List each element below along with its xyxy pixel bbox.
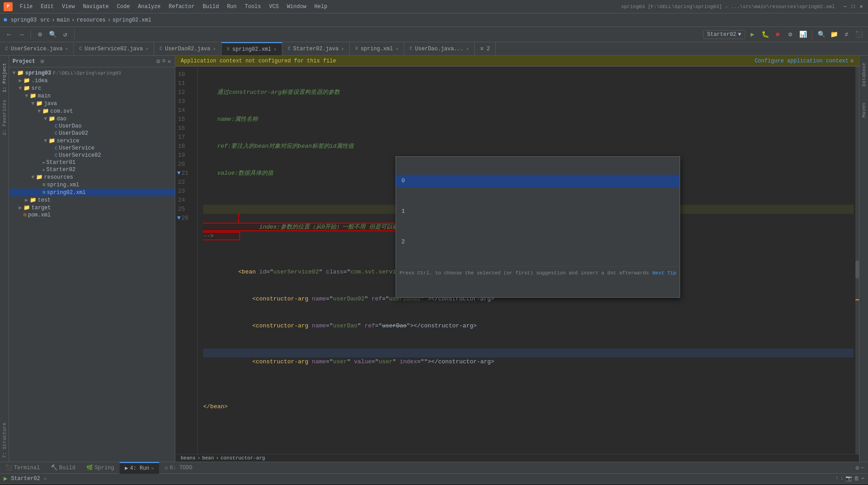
build-button[interactable]: ⚙ (785, 29, 796, 40)
stop-button[interactable]: ■ (772, 29, 783, 40)
search-button[interactable]: 🔍 (47, 29, 58, 40)
menu-analyze[interactable]: Analyze (134, 3, 164, 11)
tree-item-main[interactable]: ▼ 📁 main (9, 92, 175, 100)
terminal-button[interactable]: ⬛ (854, 29, 864, 40)
run-button[interactable]: ▶ (747, 29, 758, 40)
bottom-tab-terminal[interactable]: ⬛ Terminal (0, 462, 45, 474)
tab-close[interactable]: ✕ (341, 46, 344, 52)
tree-item-pomxml[interactable]: m pom.xml (9, 212, 175, 219)
bottom-tab-build[interactable]: 🔨 Build (45, 462, 81, 474)
menu-file[interactable]: File (16, 3, 36, 11)
left-tab-project[interactable]: 1: Project (1, 59, 8, 96)
tree-item-starter02[interactable]: ★ Starter02 (9, 166, 175, 173)
configure-context-link[interactable]: Configure application context (755, 58, 849, 64)
autocomplete-item-2[interactable]: 2 (396, 236, 680, 248)
sidebar-close-icon[interactable]: ✕ (168, 57, 171, 65)
menu-tools[interactable]: Tools (241, 3, 265, 11)
debug-button[interactable]: 🐛 (760, 29, 770, 40)
code-editor[interactable]: 通过constructor-arg标签设置构造器的参数 name:属性名称 re… (198, 66, 859, 454)
find-button[interactable]: 🔍 (816, 29, 827, 40)
tab-close[interactable]: ✕ (213, 46, 216, 52)
menu-window[interactable]: Window (283, 3, 310, 11)
right-tab-maven[interactable]: Maven (860, 99, 868, 121)
tab-more[interactable]: ≡ 2 (475, 42, 496, 56)
close-button[interactable]: ✕ (858, 4, 864, 10)
menu-help[interactable]: Help (311, 3, 331, 11)
fold-marker-26[interactable]: ▼ (177, 214, 181, 223)
tree-item-service[interactable]: ▼ 📁 service (9, 137, 175, 145)
run-close-icon[interactable]: ✕ (44, 476, 47, 481)
tab-userservice[interactable]: C UserService.java ✕ (0, 42, 74, 56)
sidebar-collapse-icon[interactable]: ≡ (162, 57, 165, 65)
tree-item-test[interactable]: ▶ 📁 test (9, 196, 175, 204)
close-panel-icon[interactable]: ─ (861, 464, 864, 472)
tree-item-userdao02[interactable]: C UserDao02 (9, 130, 175, 137)
tab-close[interactable]: ✕ (466, 46, 469, 52)
tree-item-java[interactable]: ▼ 📁 java (9, 100, 175, 107)
clear-btn[interactable]: 🗑 (854, 475, 859, 482)
menu-code[interactable]: Code (113, 3, 134, 11)
tab-springxml[interactable]: X spring.xml ✕ (350, 42, 404, 56)
tab-userdao02[interactable]: C UserDao02.java ✕ (154, 42, 222, 56)
tree-item-root[interactable]: ▼ 📁 spring03 F:\DELL\Spring\spring03 (9, 69, 175, 77)
tab-close[interactable]: ✕ (151, 466, 154, 471)
tree-item-com-svt[interactable]: ▼ 📁 com.svt (9, 107, 175, 115)
diff-button[interactable]: ≠ (841, 29, 852, 40)
autocomplete-item-0[interactable]: 0 (396, 175, 680, 187)
tab-close[interactable]: ✕ (274, 47, 276, 52)
tab-spring02xml[interactable]: X spring02.xml ✕ (222, 42, 282, 56)
menu-vcs[interactable]: VCS (266, 3, 283, 11)
breadcrumb-constructor-arg[interactable]: constructor-arg (221, 455, 265, 461)
settings-icon[interactable]: ⚙ (855, 464, 859, 472)
tree-item-userdao[interactable]: C UserDao (9, 123, 175, 130)
forward-button[interactable]: → (16, 29, 27, 40)
next-tip-link[interactable]: Next Tip (653, 269, 677, 278)
tree-item-starter01[interactable]: ★ Starter01 (9, 159, 175, 166)
tree-item-dao[interactable]: ▼ 📁 dao (9, 115, 175, 123)
settings-button[interactable]: ⚙ (35, 29, 45, 40)
wrap-btn[interactable]: ↩ (861, 475, 864, 482)
bottom-tab-todo[interactable]: ☑ 6: TODO (159, 462, 198, 474)
bottom-tab-spring[interactable]: 🌿 Spring (81, 462, 120, 474)
tree-item-src[interactable]: ▼ 📁 src (9, 84, 175, 92)
left-tab-favorites[interactable]: 2: Favorites (1, 96, 8, 139)
tab-userdao[interactable]: C UserDao.java... ✕ (404, 42, 475, 56)
tab-starter02[interactable]: C Starter02.java ✕ (282, 42, 350, 56)
minimize-button[interactable]: ─ (842, 4, 848, 10)
tree-item-idea[interactable]: ▶ 📁 .idea (9, 77, 175, 84)
tab-userservice02[interactable]: C UserService02.java ✕ (74, 42, 154, 56)
code-area[interactable]: 10 11 12 13 14 15 16 17 18 19 20 ▼21 22 … (175, 66, 859, 454)
left-tab-structure[interactable]: 7: Structure (1, 419, 8, 462)
menu-view[interactable]: View (58, 3, 79, 11)
screenshot-btn[interactable]: 📷 (846, 475, 852, 482)
bottom-tab-run[interactable]: ▶ 4: Run ✕ (120, 462, 159, 474)
right-tab-database[interactable]: Database (860, 59, 868, 90)
scroll-down-btn[interactable]: ↓ (841, 475, 844, 482)
menu-navigate[interactable]: Navigate (79, 3, 112, 11)
run-config[interactable]: Starter02 ▼ (703, 30, 745, 39)
tab-close[interactable]: ✕ (396, 46, 398, 52)
fold-marker-21[interactable]: ▼ (177, 169, 181, 178)
tree-item-springxml[interactable]: ≋ spring.xml (9, 181, 175, 189)
run-play-icon[interactable]: ▶ (4, 475, 7, 482)
tree-item-resources[interactable]: ▼ 📁 resources (9, 173, 175, 181)
vcs-button[interactable]: 📁 (828, 29, 839, 40)
menu-run[interactable]: Run (223, 3, 240, 11)
autocomplete-item-1[interactable]: 1 (396, 205, 680, 218)
scroll-thumb[interactable] (855, 260, 859, 278)
tree-item-userservice[interactable]: C UserService (9, 145, 175, 152)
coverage-button[interactable]: 📊 (797, 29, 808, 40)
tree-item-userservice02[interactable]: C UserService02 (9, 152, 175, 159)
menu-edit[interactable]: Edit (37, 3, 58, 11)
refresh-button[interactable]: ↺ (60, 29, 71, 40)
menu-build[interactable]: Build (199, 3, 223, 11)
tab-close[interactable]: ✕ (146, 46, 148, 52)
sidebar-settings-icon[interactable]: ⚙ (156, 57, 160, 65)
tree-item-spring02xml[interactable]: ≋ spring02.xml (9, 189, 175, 196)
maximize-button[interactable]: □ (850, 4, 856, 10)
menu-refactor[interactable]: Refactor (165, 3, 198, 11)
breadcrumb-beans[interactable]: beans (181, 455, 196, 461)
scroll-up-btn[interactable]: ↑ (835, 475, 838, 482)
back-button[interactable]: ← (4, 29, 14, 40)
breadcrumb-bean[interactable]: bean (202, 455, 214, 461)
